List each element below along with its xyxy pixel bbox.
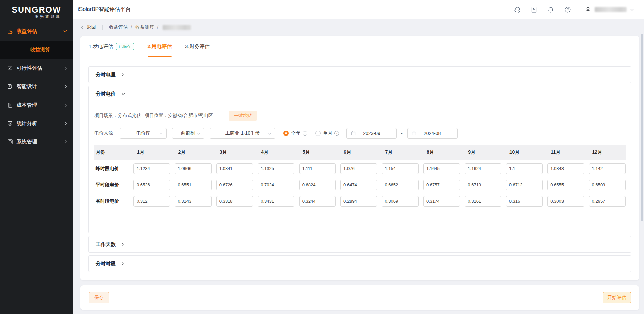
flat-price-input-nov[interactable] — [547, 180, 584, 190]
peak-price-input-feb[interactable] — [175, 163, 211, 174]
project-scene: 项目场景：分布式光伏 — [94, 113, 141, 119]
help-icon[interactable] — [564, 6, 571, 13]
select-value: 工商业 1-10千伏 — [225, 130, 260, 136]
valley-price-input-jun[interactable] — [340, 196, 377, 207]
flat-price-input-may[interactable] — [299, 180, 336, 190]
flat-price-input-apr[interactable] — [258, 180, 294, 190]
sidebar-item-cost-mgmt[interactable]: 成本管理 — [0, 96, 73, 114]
user-menu[interactable] — [584, 6, 634, 13]
peak-price-input-jun[interactable] — [340, 163, 377, 174]
flat-price-input-mar[interactable] — [216, 180, 253, 190]
peak-price-input-oct[interactable] — [506, 163, 543, 174]
tab-consumption-eval[interactable]: 2.用电评估 — [148, 36, 172, 57]
peak-price-input-apr[interactable] — [258, 163, 294, 174]
breadcrumb-item-revenue-calc[interactable]: 收益测算 — [135, 24, 154, 30]
flat-price-input-sep[interactable] — [465, 180, 501, 190]
peak-price-input-nov[interactable] — [547, 163, 584, 174]
section-time-periods-header[interactable]: 分时时段 — [89, 256, 631, 272]
column-header: 12月 — [589, 149, 626, 155]
section-hourly-price: 分时电价 项目场景：分布式光伏 项目位置：安徽省/合肥市/蜀山区 一键粘贴 — [88, 86, 631, 233]
valley-price-input-jan[interactable] — [133, 196, 170, 207]
sidebar-item-revenue-calc[interactable]: 收益测算 — [0, 41, 73, 59]
price-source-label: 电价来源 — [94, 130, 113, 136]
section-work-days-header[interactable]: 工作天数 — [89, 236, 631, 252]
peak-price-input-jul[interactable] — [382, 163, 418, 174]
top-bar: iSolarBP智能评估平台 — [73, 0, 644, 19]
chevron-right-icon — [65, 140, 67, 144]
column-header: 2月 — [175, 149, 211, 155]
user-category-select[interactable]: 工商业 1-10千伏 — [210, 128, 275, 139]
sidebar-item-label: 收益评估 — [17, 28, 63, 35]
breadcrumb-separator: / — [157, 25, 158, 30]
price-source-select[interactable]: 电价库 — [120, 128, 167, 139]
valley-price-input-sep[interactable] — [465, 196, 501, 207]
table-row-flat-price: 平时段电价 — [94, 177, 626, 193]
flat-price-input-jun[interactable] — [340, 180, 377, 190]
column-header: 6月 — [340, 149, 377, 155]
breadcrumb-item-revenue-eval[interactable]: 收益评估 — [109, 24, 128, 30]
valley-price-input-mar[interactable] — [216, 196, 253, 207]
sidebar: SUNGROW 阳光新能源 收益评估 收益测算 — [0, 0, 73, 314]
breadcrumb: 返回 收益评估 / 收益测算 / — [73, 19, 644, 36]
cost-mgmt-icon — [7, 102, 13, 108]
flat-price-input-aug[interactable] — [423, 180, 460, 190]
radio-full-year[interactable]: 全年 — [283, 130, 307, 136]
back-button[interactable]: 返回 — [81, 24, 96, 30]
tab-financial-eval[interactable]: 3.财务评估 — [185, 36, 210, 57]
info-icon — [334, 131, 339, 136]
flat-price-input-feb[interactable] — [175, 180, 211, 190]
saved-badge: 已保存 — [116, 43, 134, 50]
radio-label: 单月 — [323, 130, 332, 136]
section-hourly-price-header[interactable]: 分时电价 — [89, 86, 631, 102]
valley-price-input-jul[interactable] — [382, 196, 418, 207]
valley-price-input-feb[interactable] — [175, 196, 211, 207]
select-value: 两部制 — [181, 130, 195, 136]
logo-subtitle: 阳光新能源 — [12, 14, 61, 19]
step-tabs: 1.发电评估 已保存 2.用电评估 3.财务评估 — [80, 36, 639, 57]
sidebar-item-revenue-eval[interactable]: 收益评估 — [0, 22, 73, 41]
valley-price-input-oct[interactable] — [506, 196, 543, 207]
peak-price-input-jan[interactable] — [133, 163, 170, 174]
flat-price-input-jan[interactable] — [133, 180, 170, 190]
one-click-paste-button[interactable]: 一键粘贴 — [229, 111, 257, 121]
radio-single-month[interactable]: 单月 — [315, 130, 339, 136]
peak-price-input-sep[interactable] — [465, 163, 501, 174]
price-table-header: 月份 1月 2月 3月 4月 5月 6月 7月 8月 9月 10月 — [94, 145, 626, 160]
flat-price-input-dec[interactable] — [589, 180, 626, 190]
scrollbar-thumb[interactable] — [641, 34, 643, 221]
valley-price-input-dec[interactable] — [589, 196, 626, 207]
flat-price-input-jul[interactable] — [382, 180, 418, 190]
radio-unselected-icon — [315, 131, 321, 136]
sidebar-item-smart-design[interactable]: 智能设计 — [0, 77, 73, 96]
sidebar-item-feasibility[interactable]: 可行性评估 — [0, 59, 73, 77]
tab-label: 2.用电评估 — [148, 43, 172, 50]
header-divider — [578, 7, 578, 13]
username-redacted — [595, 7, 627, 12]
date-start-picker[interactable]: 2023-09 — [346, 128, 397, 139]
tab-generation-eval[interactable]: 1.发电评估 已保存 — [89, 36, 134, 57]
valley-price-input-nov[interactable] — [547, 196, 584, 207]
section-hourly-energy-header[interactable]: 分时电量 — [89, 67, 631, 83]
valley-price-input-aug[interactable] — [423, 196, 460, 207]
peak-price-input-may[interactable] — [299, 163, 336, 174]
peak-price-input-dec[interactable] — [589, 163, 626, 174]
sidebar-item-statistics[interactable]: 统计分析 — [0, 114, 73, 133]
start-evaluation-button[interactable]: 开始评估 — [603, 292, 631, 303]
peak-price-input-aug[interactable] — [423, 163, 460, 174]
valley-price-input-apr[interactable] — [258, 196, 294, 207]
valley-price-input-may[interactable] — [299, 196, 336, 207]
breadcrumb-divider — [102, 25, 103, 30]
chevron-right-icon — [65, 66, 67, 70]
headset-icon[interactable] — [514, 6, 521, 13]
save-button[interactable]: 保存 — [89, 292, 109, 303]
row-label: 谷时段电价 — [94, 198, 129, 204]
document-icon[interactable] — [530, 6, 538, 13]
date-end-picker[interactable]: 2024-08 — [407, 128, 458, 139]
peak-price-input-mar[interactable] — [216, 163, 253, 174]
sidebar-subitem-label: 收益测算 — [30, 47, 50, 53]
bell-icon[interactable] — [547, 6, 554, 13]
tariff-type-select[interactable]: 两部制 — [172, 128, 204, 139]
flat-price-input-oct[interactable] — [506, 180, 543, 190]
column-header: 4月 — [258, 149, 294, 155]
sidebar-item-system-mgmt[interactable]: 系统管理 — [0, 133, 73, 151]
